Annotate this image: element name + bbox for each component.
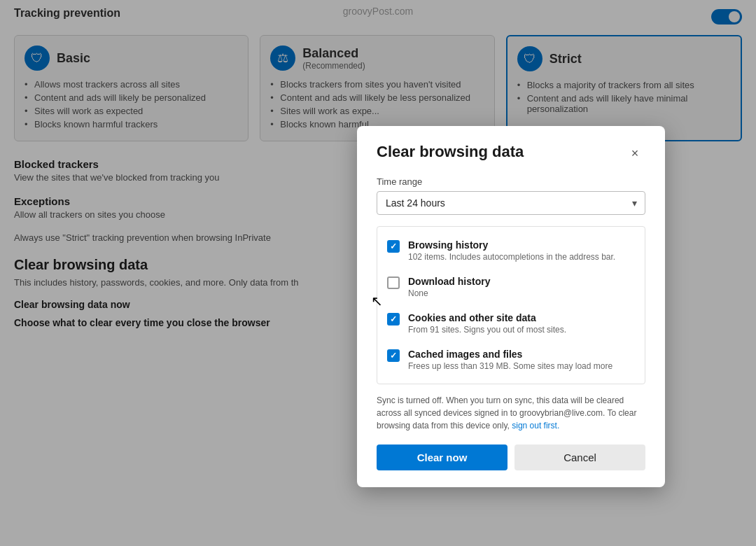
- cookies-text: Cookies and other site data From 91 site…: [408, 312, 635, 335]
- cookies-checkbox[interactable]: ✓: [387, 313, 400, 326]
- close-icon: ×: [631, 146, 639, 161]
- clear-browsing-data-modal: Clear browsing data × Time range Last ho…: [357, 126, 665, 487]
- browsing-history-label: Browsing history: [408, 239, 635, 251]
- sign-out-link[interactable]: sign out first.: [512, 421, 559, 430]
- clear-now-button[interactable]: Clear now: [377, 444, 507, 470]
- download-history-item: Download history None: [377, 269, 645, 305]
- browsing-history-checkbox[interactable]: ✓: [387, 240, 400, 253]
- cached-item: ✓ Cached images and files Frees up less …: [377, 342, 645, 378]
- browsing-history-text: Browsing history 102 items. Includes aut…: [408, 239, 635, 262]
- cached-checkbox[interactable]: ✓: [387, 349, 400, 362]
- browsing-history-desc: 102 items. Includes autocompletions in t…: [408, 252, 635, 262]
- download-history-label: Download history: [408, 276, 635, 287]
- cached-label: Cached images and files: [408, 349, 635, 360]
- items-scroll-area[interactable]: ✓ Browsing history 102 items. Includes a…: [377, 226, 645, 384]
- modal-footer: Clear now Cancel: [377, 444, 645, 470]
- download-history-desc: None: [408, 288, 635, 298]
- time-range-wrapper: Last hour Last 24 hours Last 7 days Last…: [377, 191, 645, 215]
- download-history-text: Download history None: [408, 276, 635, 298]
- cookies-desc: From 91 sites. Signs you out of most sit…: [408, 325, 635, 335]
- time-range-label: Time range: [377, 176, 645, 187]
- sync-notice-text: Sync is turned off. When you turn on syn…: [377, 396, 636, 430]
- time-range-select[interactable]: Last hour Last 24 hours Last 7 days Last…: [377, 191, 645, 215]
- browsing-history-item: ✓ Browsing history 102 items. Includes a…: [377, 232, 645, 269]
- cached-desc: Frees up less than 319 MB. Some sites ma…: [408, 361, 635, 371]
- modal-header: Clear browsing data ×: [377, 143, 645, 164]
- download-history-checkbox[interactable]: [387, 276, 400, 289]
- cookies-label: Cookies and other site data: [408, 312, 635, 323]
- cookies-item: ✓ Cookies and other site data From 91 si…: [377, 305, 645, 342]
- check-icon: ✓: [390, 315, 397, 323]
- cached-text: Cached images and files Frees up less th…: [408, 349, 635, 371]
- sync-notice: Sync is turned off. When you turn on syn…: [377, 394, 645, 432]
- check-icon: ✓: [390, 242, 397, 251]
- modal-title: Clear browsing data: [377, 143, 524, 161]
- cancel-button[interactable]: Cancel: [514, 444, 645, 470]
- check-icon: ✓: [390, 351, 397, 360]
- close-button[interactable]: ×: [624, 143, 645, 164]
